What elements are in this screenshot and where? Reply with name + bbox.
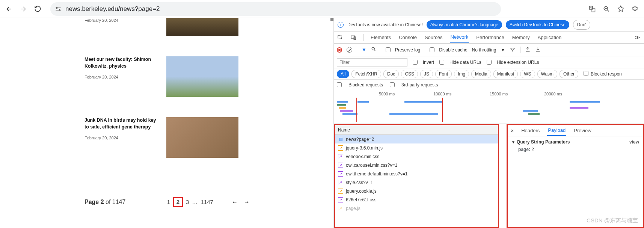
svg-point-0 [56,7,57,8]
hide-data-urls-checkbox[interactable] [439,60,444,65]
request-item[interactable]: ↗jquery-3.6.0.min.js [335,143,498,152]
article-image[interactable] [166,56,238,97]
chevron-down-icon[interactable]: ▼ [511,140,515,144]
tab-sources[interactable]: Sources [424,32,443,43]
request-name: 626ef7e61f.css [346,197,376,202]
pager: Page 2 of 1147 1 2 3 … 1147 ← → [84,197,250,207]
page-prev-icon[interactable]: ← [232,199,238,205]
blocked-requests-checkbox[interactable] [337,82,342,87]
hide-ext-urls-checkbox[interactable] [487,60,492,65]
type-doc[interactable]: Doc [383,70,399,78]
article-title[interactable]: Meet our new faculty: Shimon Kolkowitz, … [84,56,160,69]
banner-dont-button[interactable]: Don' [573,20,590,30]
request-name: owl.carousel.min.css?v=1 [346,163,397,168]
url-text: news.berkeley.edu/news?page=2 [65,5,160,13]
throttling-chevron-icon[interactable]: ▼ [501,47,505,53]
detail-tab-payload[interactable]: Payload [547,125,566,136]
extensions-icon[interactable] [630,5,639,14]
type-js[interactable]: JS [420,70,433,78]
type-font[interactable]: Font [435,70,452,78]
bookmark-icon[interactable] [616,5,625,14]
type-img[interactable]: Img [454,70,469,78]
request-header[interactable]: Name [335,125,498,135]
clear-icon[interactable] [347,47,352,53]
tab-more-icon[interactable]: ≫ [634,32,641,43]
timeline[interactable]: 5000 ms 10000 ms 15000 ms 20000 ms [334,90,644,124]
request-item[interactable]: ↗owl.carousel.min.css?v=1 [335,161,498,169]
inspect-icon[interactable] [337,34,344,41]
download-icon[interactable] [535,47,541,53]
request-item[interactable]: ▤news?page=2 [335,135,498,143]
type-fetch[interactable]: Fetch/XHR [351,70,381,78]
article-item: February 20, 2024 [84,18,333,36]
type-css[interactable]: CSS [401,70,418,78]
filter-input[interactable] [337,58,407,66]
page-next-icon[interactable]: → [244,199,250,205]
request-name: owl.theme.default.min.css?v=1 [346,171,407,177]
article-image[interactable] [166,117,238,158]
detail-tab-preview[interactable]: Preview [573,125,592,136]
type-ws[interactable]: WS [520,70,535,78]
url-bar[interactable]: news.berkeley.edu/news?page=2 [50,2,501,16]
file-type-icon: ↗ [338,197,343,202]
page-link[interactable]: 1147 [201,199,213,205]
tab-elements[interactable]: Elements [370,32,392,43]
detail-close-icon[interactable]: × [511,128,514,134]
article-date: February 20, 2024 [84,136,160,140]
request-name: style.css?v=1 [346,180,373,185]
browser-toolbar: news.berkeley.edu/news?page=2 [0,0,644,18]
record-icon[interactable] [337,47,342,53]
banner-match-button[interactable]: Always match Chrome's language [427,20,502,29]
wifi-icon[interactable] [510,46,516,53]
type-wasm[interactable]: Wasm [537,70,558,78]
detail-section[interactable]: ▼ Query String Parameters view [511,139,639,145]
site-settings-icon[interactable] [55,6,62,12]
page-link[interactable]: 1 [167,199,170,205]
reload-button[interactable] [33,5,42,14]
request-item[interactable]: ↗owl.theme.default.min.css?v=1 [335,169,498,178]
filter-icon[interactable]: ▼ [362,47,366,53]
banner-switch-button[interactable]: Switch DevTools to Chinese [506,20,569,29]
tab-application[interactable]: Application [537,32,563,43]
back-button[interactable] [5,5,14,14]
request-item[interactable]: ↗style.css?v=1 [335,178,498,187]
upload-icon[interactable] [525,47,531,53]
tab-network[interactable]: Network [450,32,469,43]
page-link[interactable]: 3 [186,199,189,205]
page-current[interactable]: 2 [173,197,183,207]
info-icon: i [338,22,344,28]
view-source-link[interactable]: view [629,139,639,145]
blocked-response-checkbox[interactable] [584,71,588,76]
preserve-log-checkbox[interactable] [386,47,391,52]
invert-checkbox[interactable] [413,60,418,65]
zoom-icon[interactable] [602,5,611,14]
type-all[interactable]: All [337,70,349,78]
search-icon[interactable] [371,47,376,53]
throttling-select[interactable]: No throttling [472,47,496,53]
type-other[interactable]: Other [560,70,578,78]
article-item: Junk DNA in birds may hold key to safe, … [84,117,333,158]
disable-cache-label: Disable cache [439,47,467,53]
request-item[interactable]: ↗jquery.cookie.js [335,187,498,195]
type-media[interactable]: Media [471,70,491,78]
disable-cache-checkbox[interactable] [430,47,434,52]
detail-tab-headers[interactable]: Headers [520,125,540,136]
type-manifest[interactable]: Manifest [493,70,518,78]
request-item[interactable]: ↗626ef7e61f.css [335,195,498,204]
device-icon[interactable] [350,34,357,41]
tab-memory[interactable]: Memory [511,32,531,43]
preserve-log-label: Preserve log [395,47,420,53]
request-item[interactable]: ↗venobox.min.css [335,152,498,161]
scroll-indicator[interactable] [330,18,333,21]
tab-console[interactable]: Console [398,32,418,43]
request-item[interactable]: ↗page.js [335,204,498,213]
third-party-checkbox[interactable] [390,82,395,87]
file-type-icon: ↗ [338,163,343,168]
tab-performance[interactable]: Performance [475,32,505,43]
request-name: venobox.min.css [346,154,379,159]
article-title[interactable]: Junk DNA in birds may hold key to safe, … [84,117,160,130]
type-filter-row: All Fetch/XHR Doc CSS JS Font Img Media … [334,68,644,80]
translate-icon[interactable] [588,5,597,14]
forward-button[interactable] [19,5,28,14]
article-image[interactable] [166,18,238,36]
